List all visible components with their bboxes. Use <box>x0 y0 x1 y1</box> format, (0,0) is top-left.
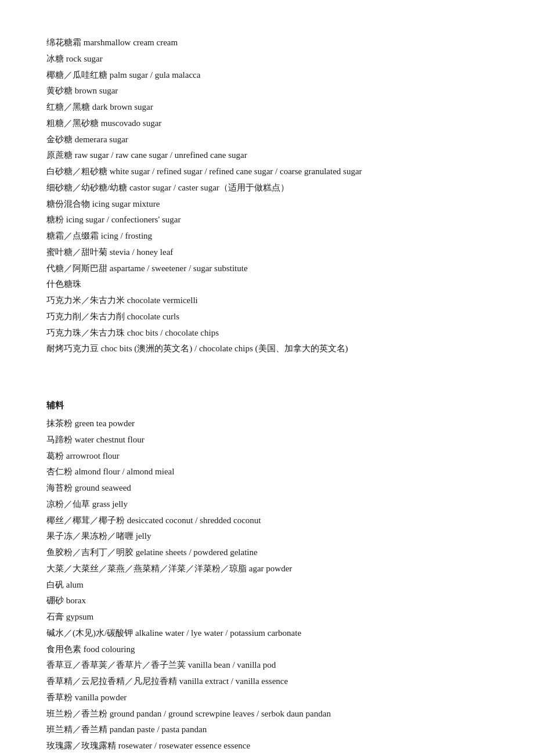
list-item: 香草精／云尼拉香精／凡尼拉香精 vanilla extract / vanill… <box>46 674 488 690</box>
list-item: 大菜／大菜丝／菜燕／燕菜精／洋菜／洋菜粉／琼脂 agar powder <box>46 561 488 577</box>
list-item: 石膏 gypsum <box>46 609 488 625</box>
list-item: 葛粉 arrowroot flour <box>46 448 488 465</box>
list-item: 黄砂糖 brown sugar <box>46 83 488 99</box>
auxiliary-list: 抹茶粉 green tea powder马蹄粉 water chestnut f… <box>46 416 488 756</box>
sugar-section: 绵花糖霜 marshmallow cream cream冰糖 rock suga… <box>46 35 488 357</box>
list-item: 海苔粉 ground seaweed <box>46 480 488 496</box>
list-item: 香草粉 vanilla powder <box>46 690 488 706</box>
list-item: 白矾 alum <box>46 577 488 593</box>
list-item: 红糖／黑糖 dark brown sugar <box>46 99 488 116</box>
list-item: 鱼胶粉／吉利丁／明胶 gelatine sheets / powdered ge… <box>46 545 488 561</box>
auxiliary-header: 辅料 <box>46 398 488 413</box>
list-item: 椰丝／椰茸／椰子粉 desiccated coconut / shredded … <box>46 513 488 529</box>
list-item: 糖霜／点缀霜 icing / frosting <box>46 228 488 244</box>
list-item: 粗糖／黑砂糖 muscovado sugar <box>46 116 488 132</box>
list-item: 椰糖／瓜哇红糖 palm sugar / gula malacca <box>46 67 488 84</box>
list-item: 果子冻／果冻粉／啫喱 jelly <box>46 528 488 545</box>
list-item: 糖份混合物 icing sugar mixture <box>46 196 488 213</box>
list-item: 白砂糖／粗砂糖 white sugar / refined sugar / re… <box>46 164 488 180</box>
list-item: 玫瑰露／玫瑰露精 rosewater / rosewater essence e… <box>46 738 488 754</box>
list-item: 班兰粉／香兰粉 ground pandan / ground screwpine… <box>46 706 488 722</box>
list-item: 马蹄粉 water chestnut flour <box>46 432 488 448</box>
list-item: 硼砂 borax <box>46 593 488 609</box>
list-item: 蜜叶糖／甜叶菊 stevia / honey leaf <box>46 244 488 261</box>
list-item: 冰糖 rock sugar <box>46 51 488 67</box>
list-item: 班兰精／香兰精 pandan paste / pasta pandan <box>46 722 488 738</box>
list-item: 碱水／(木见)水/碳酸钾 alkaline water / lye water … <box>46 625 488 642</box>
list-item: 金砂糖 demerara sugar <box>46 132 488 148</box>
list-item: 细砂糖／幼砂糖/幼糖 castor sugar / caster sugar（适… <box>46 180 488 196</box>
sugar-list: 绵花糖霜 marshmallow cream cream冰糖 rock suga… <box>46 35 488 357</box>
list-item: 凉粉／仙草 grass jelly <box>46 496 488 513</box>
list-item: 抹茶粉 green tea powder <box>46 416 488 432</box>
list-item: 绵花糖霜 marshmallow cream cream <box>46 35 488 51</box>
list-item: 食用色素 food colouring <box>46 642 488 658</box>
list-item: 原蔗糖 raw sugar / raw cane sugar / unrefin… <box>46 147 488 164</box>
list-item: 巧克力削／朱古力削 chocolate curls <box>46 309 488 325</box>
list-item: 代糖／阿斯巴甜 aspartame / sweetener / sugar su… <box>46 261 488 277</box>
list-item: 香草豆／香草荚／香草片／香子兰荚 vanilla bean / vanilla … <box>46 657 488 674</box>
list-item: 巧克力珠／朱古力珠 choc bits / chocolate chips <box>46 325 488 341</box>
auxiliary-section: 辅料 抹茶粉 green tea powder马蹄粉 water chestnu… <box>46 398 488 756</box>
list-item: 耐烤巧克力豆 choc bits (澳洲的英文名) / chocolate ch… <box>46 341 488 357</box>
list-item: 巧克力米／朱古力米 chocolate vermicelli <box>46 293 488 309</box>
list-item: 什色糖珠 <box>46 276 488 293</box>
list-item: 杏仁粉 almond flour / almond mieal <box>46 464 488 480</box>
list-item: 糖粉 icing sugar / confectioners' sugar <box>46 212 488 228</box>
